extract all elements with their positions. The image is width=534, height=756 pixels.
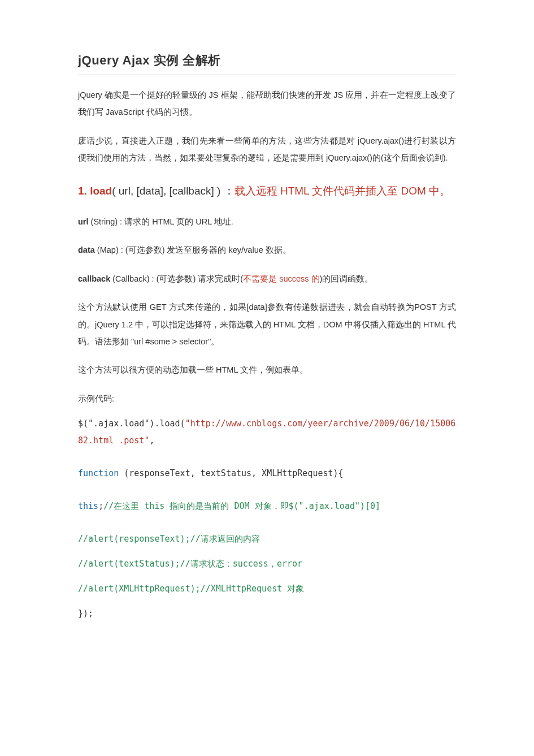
- code-block-line4: //alert(responseText);//请求返回的内容: [78, 530, 456, 547]
- heading-number: 1.: [78, 185, 90, 197]
- code-l5b: //请求状态：success，error: [180, 559, 302, 569]
- intro-paragraph-1: jQuery 确实是一个挺好的轻量级的 JS 框架，能帮助我们快速的开发 JS …: [78, 87, 456, 121]
- param-url-text: (String) : 请求的 HTML 页的 URL 地址.: [89, 217, 233, 226]
- code-block-line3: this;//在这里 this 指向的是当前的 DOM 对象，即$(".ajax…: [78, 498, 456, 515]
- param-callback: callback (Callback) : (可选参数) 请求完成时(不需要是 …: [78, 270, 456, 287]
- code-l6a: //alert(XMLHttpRequest);: [78, 584, 201, 594]
- code-block-line5: //alert(textStatus);//请求状态：success，error: [78, 555, 456, 572]
- code-l3b: ;: [98, 501, 103, 511]
- param-data-text: (Map) : (可选参数) 发送至服务器的 key/value 数据。: [95, 245, 291, 254]
- example-label: 示例代码:: [78, 390, 456, 407]
- param-data: data (Map) : (可选参数) 发送至服务器的 key/value 数据…: [78, 241, 456, 258]
- code-block-line2: function (responseText, textStatus, XMLH…: [78, 465, 456, 482]
- code-l6b: //XMLHttpRequest 对象: [201, 584, 305, 594]
- code-l2b: (responseText, textStatus, XMLHttpReques…: [124, 468, 343, 478]
- description-paragraph-2: 这个方法可以很方便的动态加载一些 HTML 文件，例如表单。: [78, 361, 456, 378]
- code-l4a: //alert(responseText);: [78, 534, 190, 544]
- code-l3c: //在这里 this 指向的是当前的 DOM 对象，即$(".ajax.load…: [103, 501, 380, 511]
- section-heading: 1. load( url, [data], [callback] ) ：载入远程…: [78, 180, 456, 202]
- document-page: jQuery Ajax 实例 全解析 jQuery 确实是一个挺好的轻量级的 J…: [0, 0, 534, 756]
- param-url: url (String) : 请求的 HTML 页的 URL 地址.: [78, 213, 456, 230]
- description-paragraph-1: 这个方法默认使用 GET 方式来传递的，如果[data]参数有传递数据进去，就会…: [78, 299, 456, 350]
- code-l3a: this: [78, 501, 98, 511]
- code-block-line7: });: [78, 605, 456, 622]
- code-l2a: function: [78, 468, 124, 478]
- code-l1c: ,: [149, 435, 154, 446]
- code-block-line1: $(".ajax.load").load("http://www.cnblogs…: [78, 415, 456, 449]
- code-l1a: $(".ajax.load").load(: [78, 418, 185, 429]
- param-data-label: data: [78, 245, 95, 254]
- code-l4b: //请求返回的内容: [190, 534, 260, 544]
- page-title: jQuery Ajax 实例 全解析: [78, 52, 456, 75]
- param-callback-text-a: (Callback) : (可选参数) 请求完成时(: [110, 274, 243, 283]
- param-callback-text-b: )的回调函数。: [320, 274, 374, 283]
- param-callback-highlight: 不需要是 success 的: [243, 274, 319, 283]
- code-l5a: //alert(textStatus);: [78, 559, 180, 569]
- param-url-label: url: [78, 217, 89, 226]
- param-callback-label: callback: [78, 274, 110, 283]
- heading-signature: ( url, [data], [callback] ) ：: [112, 185, 234, 197]
- code-block-line6: //alert(XMLHttpRequest);//XMLHttpRequest…: [78, 580, 456, 597]
- intro-paragraph-2: 废话少说，直接进入正题，我们先来看一些简单的方法，这些方法都是对 jQuery.…: [78, 132, 456, 167]
- code-l7: });: [78, 608, 93, 619]
- heading-function: load: [90, 185, 112, 197]
- heading-description: 载入远程 HTML 文件代码并插入至 DOM 中。: [235, 185, 450, 197]
